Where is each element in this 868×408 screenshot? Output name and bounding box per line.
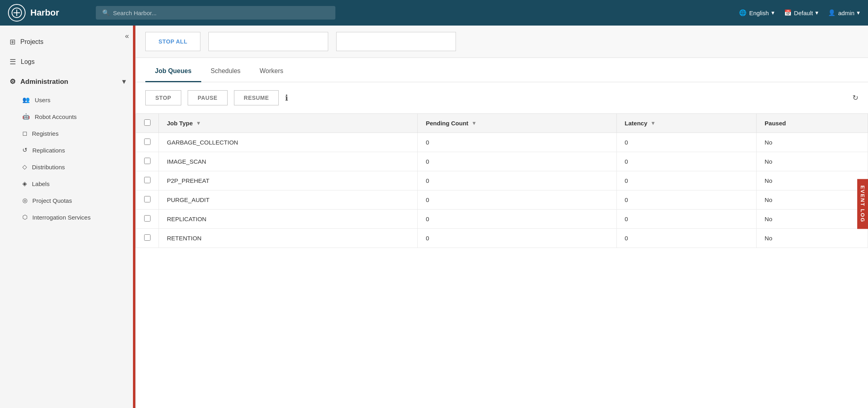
row-checkbox-cell[interactable]: [136, 171, 159, 190]
select-all-checkbox[interactable]: [144, 119, 151, 126]
sidebar-label-registries: Registries: [32, 130, 59, 137]
event-log-tab[interactable]: EVENT LOG: [857, 179, 868, 229]
pending-count-cell: 0: [418, 171, 616, 190]
table-row: P2P_PREHEAT 0 0 No: [136, 171, 868, 190]
row-checkbox-cell[interactable]: [136, 229, 159, 248]
sidebar-item-administration[interactable]: ⚙ Administration ▾: [0, 72, 135, 91]
tab-bar: Job Queues Schedules Workers: [136, 61, 868, 82]
table-row: PURGE_AUDIT 0 0 No: [136, 190, 868, 210]
row-checkbox-cell[interactable]: [136, 133, 159, 152]
tab-schedules[interactable]: Schedules: [201, 61, 250, 82]
user-label: admin: [838, 10, 854, 16]
row-checkbox[interactable]: [144, 215, 151, 222]
pending-count-cell: 0: [418, 210, 616, 229]
project-quotas-icon: ◎: [22, 197, 28, 204]
app-title: Harbor: [30, 8, 59, 18]
job-type-cell: PURGE_AUDIT: [159, 190, 418, 210]
latency-cell: 0: [616, 210, 756, 229]
sidebar-item-project-quotas[interactable]: ◎ Project Quotas: [0, 192, 135, 209]
robot-accounts-icon: 🤖: [22, 113, 30, 120]
sidebar-label-labels: Labels: [32, 180, 50, 187]
user-menu[interactable]: 👤 admin ▾: [828, 9, 860, 16]
calendar-icon: 📅: [784, 9, 792, 16]
sidebar-item-users[interactable]: 👥 Users: [0, 91, 135, 108]
job-type-cell: P2P_PREHEAT: [159, 171, 418, 190]
labels-icon: ◈: [22, 180, 27, 187]
refresh-icon[interactable]: ↻: [852, 93, 858, 102]
administration-icon: ⚙: [10, 77, 16, 86]
paused-cell: No: [757, 133, 868, 152]
sidebar-label-administration: Administration: [20, 78, 68, 86]
sidebar-item-robot-accounts[interactable]: 🤖 Robot Accounts: [0, 108, 135, 125]
info-icon[interactable]: ℹ: [285, 93, 288, 103]
table-row: GARBAGE_COLLECTION 0 0 No: [136, 133, 868, 152]
pending-count-filter-icon[interactable]: ▼: [472, 120, 477, 126]
row-checkbox[interactable]: [144, 177, 151, 183]
job-type-cell: RETENTION: [159, 229, 418, 248]
sidebar-item-distributions[interactable]: ◇ Distributions: [0, 158, 135, 175]
top-actions-bar: STOP ALL: [136, 26, 868, 58]
pending-count-cell: 0: [418, 152, 616, 171]
latency-filter-icon[interactable]: ▼: [650, 120, 656, 126]
globe-icon: 🌐: [739, 9, 747, 16]
latency-header: Latency ▼: [616, 114, 756, 133]
language-label: English: [749, 10, 769, 16]
sidebar-item-labels[interactable]: ◈ Labels: [0, 175, 135, 192]
pause-button[interactable]: PAUSE: [188, 90, 228, 105]
sidebar-label-project-quotas: Project Quotas: [32, 197, 72, 204]
stop-button[interactable]: STOP: [145, 90, 181, 105]
row-checkbox-cell[interactable]: [136, 210, 159, 229]
theme-selector[interactable]: 📅 Default ▾: [784, 9, 819, 16]
search-bar[interactable]: 🔍 Search Harbor...: [96, 6, 335, 20]
sidebar-item-interrogation-services[interactable]: ⬡ Interrogation Services: [0, 209, 135, 226]
chevron-down-icon: ▾: [122, 77, 126, 86]
sidebar-item-replications[interactable]: ↺ Replications: [0, 142, 135, 158]
top-input-1[interactable]: [208, 32, 328, 51]
job-type-cell: REPLICATION: [159, 210, 418, 229]
projects-icon: ⊞: [10, 38, 16, 46]
table-row: IMAGE_SCAN 0 0 No: [136, 152, 868, 171]
interrogation-services-icon: ⬡: [22, 214, 28, 221]
latency-cell: 0: [616, 152, 756, 171]
stop-all-button[interactable]: STOP ALL: [145, 32, 200, 51]
latency-cell: 0: [616, 133, 756, 152]
row-checkbox-cell[interactable]: [136, 190, 159, 210]
select-all-header[interactable]: [136, 114, 159, 133]
tab-job-queues[interactable]: Job Queues: [145, 61, 201, 82]
sidebar-item-projects[interactable]: ⊞ Projects: [0, 32, 135, 52]
latency-cell: 0: [616, 229, 756, 248]
distributions-icon: ◇: [22, 163, 27, 170]
paused-cell: No: [757, 152, 868, 171]
top-input-2[interactable]: [336, 32, 456, 51]
row-checkbox[interactable]: [144, 139, 151, 145]
job-type-filter-icon[interactable]: ▼: [196, 120, 201, 126]
main-layout: « ⊞ Projects ☰ Logs ⚙ Administration ▾ 👥…: [0, 26, 868, 408]
sidebar-label-robot-accounts: Robot Accounts: [35, 113, 77, 120]
paused-cell: No: [757, 229, 868, 248]
latency-cell: 0: [616, 190, 756, 210]
sidebar-collapse-button[interactable]: «: [125, 32, 129, 40]
user-icon: 👤: [828, 9, 836, 16]
replications-icon: ↺: [22, 147, 28, 154]
resume-button[interactable]: RESUME: [234, 90, 279, 105]
sidebar-item-registries[interactable]: ◻ Registries: [0, 125, 135, 142]
pending-count-cell: 0: [418, 229, 616, 248]
registries-icon: ◻: [22, 130, 27, 137]
sidebar-item-logs[interactable]: ☰ Logs: [0, 52, 135, 72]
row-checkbox-cell[interactable]: [136, 152, 159, 171]
row-checkbox[interactable]: [144, 196, 151, 202]
language-selector[interactable]: 🌐 English ▾: [739, 9, 774, 16]
logs-icon: ☰: [10, 57, 16, 66]
sidebar-label-projects: Projects: [20, 38, 44, 46]
theme-label: Default: [794, 10, 813, 16]
pending-count-cell: 0: [418, 190, 616, 210]
sidebar-label-replications: Replications: [32, 147, 65, 154]
tab-workers[interactable]: Workers: [250, 61, 293, 82]
paused-header: Paused: [757, 114, 868, 133]
main-content: STOP ALL Job Queues Schedules Workers ST…: [136, 26, 868, 408]
row-checkbox[interactable]: [144, 158, 151, 164]
pending-count-cell: 0: [418, 133, 616, 152]
sidebar-label-users: Users: [35, 97, 50, 103]
job-type-cell: IMAGE_SCAN: [159, 152, 418, 171]
row-checkbox[interactable]: [144, 234, 151, 241]
